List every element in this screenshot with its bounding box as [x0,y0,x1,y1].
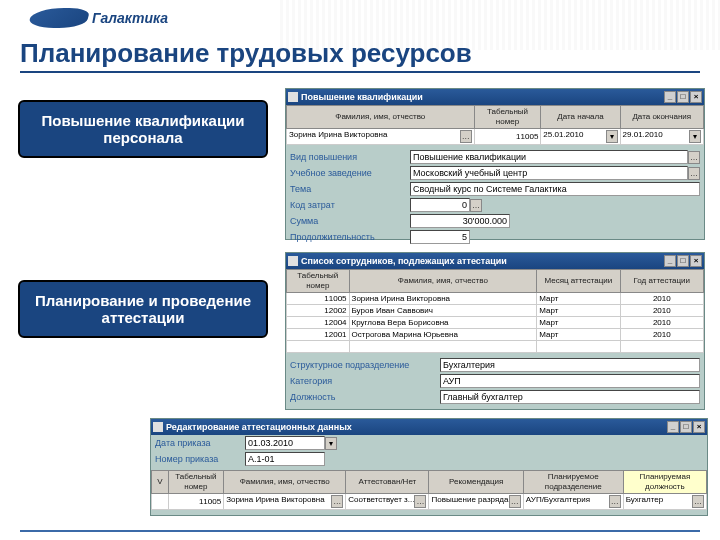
window-title: Повышение квалификации [301,92,423,102]
label-tema: Тема [290,184,410,194]
cell-fio: Зорина Ирина Викторовна [289,130,460,143]
input-date-prikaz[interactable]: 01.03.2010 [245,436,325,450]
label-kod: Код затрат [290,200,410,210]
table-row[interactable]: 11005 Зорина Ирина Викторовна… Соответст… [152,494,707,510]
label-dolzh: Должность [290,392,440,402]
logo-text: Галактика [92,10,168,26]
col-fio[interactable]: Фамилия, имя, отчество [224,471,346,494]
table-row[interactable] [287,341,704,353]
minimize-button[interactable]: _ [667,421,679,433]
date-picker-button[interactable]: ▾ [325,437,337,450]
col-year[interactable]: Год аттестации [620,270,703,293]
logo: Галактика [30,8,168,28]
table-row[interactable]: 12002Буров Иван СаввовичМарт2010 [287,305,704,317]
col-tab[interactable]: Табельный номер [168,471,224,494]
lookup-button[interactable]: … [331,495,343,508]
app-icon [153,422,163,432]
window-title: Редактирование аттестационных данных [166,422,352,432]
window-attestation-edit: Редактирование аттестационных данных _ □… [150,418,708,516]
results-table: V Табельный номер Фамилия, имя, отчество… [151,470,707,510]
footer-divider [20,530,700,532]
cell-tab: 11005 [474,129,541,145]
input-vid[interactable]: Повышение квалификации [410,150,688,164]
page-title: Планирование трудовых ресурсов [20,38,700,73]
lookup-button[interactable]: … [414,495,426,508]
cell-d1: 25.01.2010 [543,130,605,143]
table-row[interactable]: Зорина Ирина Викторовна… 11005 25.01.201… [287,129,704,145]
logo-swoosh-icon [27,8,90,28]
label-uch: Учебное заведение [290,168,410,178]
col-result[interactable]: Аттестован/Нет [346,471,429,494]
col-plan-unit[interactable]: Планируемое подразделение [523,471,623,494]
maximize-button[interactable]: □ [677,255,689,267]
close-button[interactable]: × [693,421,705,433]
label-struk: Структурное подразделение [290,360,440,370]
lookup-button[interactable]: … [688,167,700,180]
col-rec[interactable]: Рекомендация [429,471,523,494]
titlebar[interactable]: Редактирование аттестационных данных _ □… [151,419,707,435]
date-picker-button[interactable]: ▾ [606,130,618,143]
label-vid: Вид повышения [290,152,410,162]
table-row[interactable]: 11005Зорина Ирина ВикторовнаМарт2010 [287,293,704,305]
minimize-button[interactable]: _ [664,91,676,103]
col-tab[interactable]: Табельный номер [474,106,541,129]
col-date-start[interactable]: Дата начала [541,106,620,129]
close-button[interactable]: × [690,255,702,267]
col-date-end[interactable]: Дата окончания [620,106,703,129]
maximize-button[interactable]: □ [680,421,692,433]
lookup-button[interactable]: … [609,495,621,508]
window-title: Список сотрудников, подлежащих аттестаци… [301,256,507,266]
lookup-button[interactable]: … [460,130,472,143]
input-sum[interactable]: 30'000.000 [410,214,510,228]
minimize-button[interactable]: _ [664,255,676,267]
app-icon [288,92,298,102]
col-fio[interactable]: Фамилия, имя, отчество [287,106,475,129]
cell-d2: 29.01.2010 [623,130,689,143]
lookup-button[interactable]: … [509,495,521,508]
app-icon [288,256,298,266]
titlebar[interactable]: Список сотрудников, подлежащих аттестаци… [286,253,704,269]
window-qualification: Повышение квалификации _ □ × Фамилия, им… [285,88,705,240]
date-picker-button[interactable]: ▾ [689,130,701,143]
col-tab[interactable]: Табельный номер [287,270,350,293]
input-prod[interactable]: 5 [410,230,470,244]
input-num-prikaz[interactable]: А.1-01 [245,452,325,466]
input-struk[interactable]: Бухгалтерия [440,358,700,372]
col-month[interactable]: Месяц аттестации [537,270,620,293]
label-date-prikaz: Дата приказа [155,438,245,448]
close-button[interactable]: × [690,91,702,103]
window-attestation-list: Список сотрудников, подлежащих аттестаци… [285,252,705,410]
label-num-prikaz: Номер приказа [155,454,245,464]
table-row[interactable]: 12004Круглова Вера БорисовнаМарт2010 [287,317,704,329]
col-check[interactable]: V [152,471,169,494]
callout-qualification: Повышение квалификации персонала [18,100,268,158]
input-kat[interactable]: АУП [440,374,700,388]
label-sum: Сумма [290,216,410,226]
label-kat: Категория [290,376,440,386]
col-fio[interactable]: Фамилия, имя, отчество [349,270,537,293]
col-plan-job[interactable]: Планируемая должность [623,471,706,494]
header-table: Фамилия, имя, отчество Табельный номер Д… [286,105,704,145]
maximize-button[interactable]: □ [677,91,689,103]
table-row[interactable]: 12001Острогова Марина ЮрьевнаМарт2010 [287,329,704,341]
input-uch[interactable]: Московский учебный центр [410,166,688,180]
input-kod[interactable]: 0 [410,198,470,212]
lookup-button[interactable]: … [692,495,704,508]
callout-attestation: Планирование и проведение аттестации [18,280,268,338]
input-dolzh[interactable]: Главный бухгалтер [440,390,700,404]
employees-table: Табельный номер Фамилия, имя, отчество М… [286,269,704,353]
lookup-button[interactable]: … [688,151,700,164]
input-tema[interactable]: Сводный курс по Системе Галактика [410,182,700,196]
label-prod: Продолжительность [290,232,410,242]
lookup-button[interactable]: … [470,199,482,212]
titlebar[interactable]: Повышение квалификации _ □ × [286,89,704,105]
